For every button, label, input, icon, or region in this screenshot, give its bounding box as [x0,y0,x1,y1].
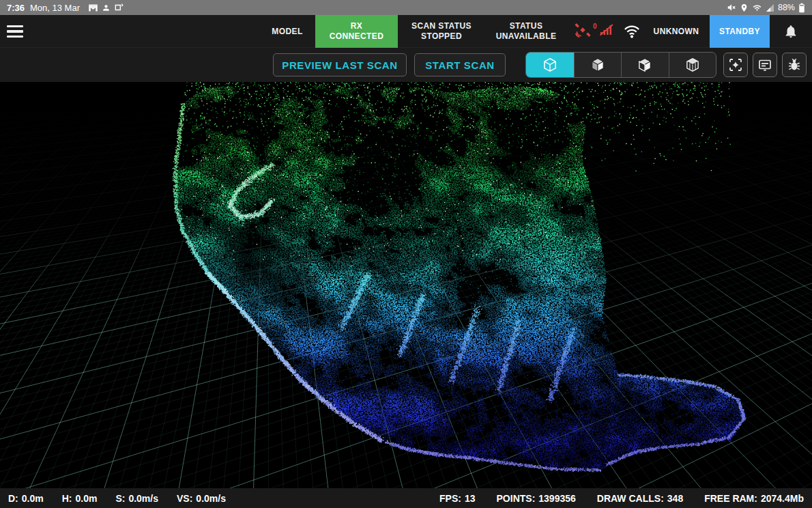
console-overlay-icon[interactable] [753,53,777,77]
wireframe-cube-icon[interactable] [526,53,574,77]
recenter-view-icon[interactable] [723,53,748,77]
model-status-item: MODEL [259,15,315,48]
solid-open-face-cube-icon[interactable] [621,53,669,77]
no-cell-signal-icon [598,22,615,41]
start-scan-button[interactable]: START SCAN [414,53,506,76]
view-mode-segmented-control [525,52,716,78]
volume-muted-icon [727,3,736,12]
wifi-icon [752,3,762,12]
hamburger-menu-icon[interactable] [7,22,27,41]
location-icon [740,3,749,12]
free-ram-metric: FREE RAM:2074.4Mb [704,493,804,504]
gps-satellite-count: 0 [593,21,597,31]
screen-rotation-icon [114,3,124,12]
pointcloud-3d-view[interactable] [0,82,812,488]
scanner-app: 7:36 Mon, 13 Mar [0,0,812,508]
clock: 7:36 [7,3,25,13]
debug-bug-icon[interactable] [782,53,807,77]
notifications-bell-icon[interactable] [779,15,802,48]
battery-icon [798,3,805,13]
vertical-speed-metric: VS:0.0m/s [177,493,226,504]
gps-satellite-icon [574,21,592,42]
scan-toolbar: PREVIEW LAST SCAN START SCAN [0,48,812,82]
speed-metric: S:0.0m/s [115,493,158,504]
date: Mon, 13 Mar [30,3,80,13]
3d-viewport [0,82,812,488]
gmail-icon [88,3,98,12]
link-status-label: UNKNOWN [648,15,704,48]
height-metric: H:0.0m [62,493,98,504]
rx-connected-status: RX CONNECTED [315,15,398,48]
scan-status-item: SCAN STATUS STOPPED [404,15,479,48]
wifi-link-icon [620,15,644,48]
cell-signal-icon [766,3,774,12]
gps-status-group: 0 [572,15,617,48]
telemetry-bar: D:0.0m H:0.0m S:0.0m/s VS:0.0m/s FPS:13 … [0,488,812,508]
nav-metrics: D:0.0m H:0.0m S:0.0m/s VS:0.0m/s [8,493,244,504]
device-status-item: STATUS UNAVAILABLE [484,15,568,48]
solid-cube-icon[interactable] [574,53,622,77]
contact-icon [102,3,111,12]
render-metrics: FPS:13 POINTS:1399356 DRAW CALLS:348 FRE… [418,493,804,504]
android-status-bar: 7:36 Mon, 13 Mar [0,0,812,15]
standby-mode-button[interactable]: STANDBY [710,15,770,48]
points-metric: POINTS:1399356 [497,493,576,504]
distance-metric: D:0.0m [8,493,44,504]
fps-metric: FPS:13 [439,493,475,504]
sectioned-cube-icon[interactable] [669,53,716,77]
battery-percent: 88% [778,3,795,12]
draw-calls-metric: DRAW CALLS:348 [597,493,683,504]
preview-last-scan-button[interactable]: PREVIEW LAST SCAN [273,53,407,76]
app-header: MODEL RX CONNECTED SCAN STATUS STOPPED S… [0,15,812,48]
